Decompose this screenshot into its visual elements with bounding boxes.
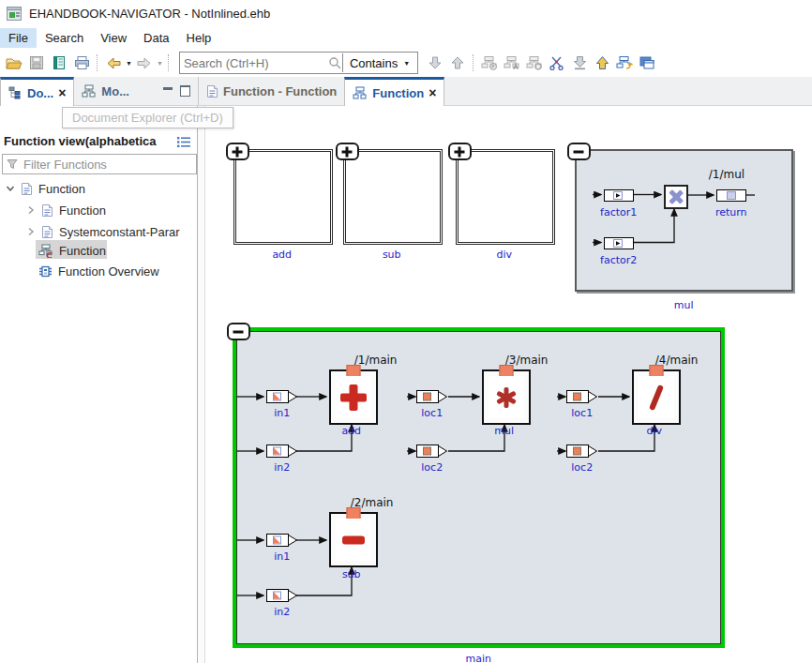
port-label: in1 xyxy=(267,550,297,563)
sub-block[interactable] xyxy=(329,512,378,567)
drill-down-icon xyxy=(573,55,587,70)
tree-item-function-selected[interactable]: Function xyxy=(38,241,106,260)
collapsed-function-sub[interactable] xyxy=(343,149,443,245)
expand-button[interactable] xyxy=(336,143,359,160)
view-menu-icon[interactable] xyxy=(176,135,191,152)
open-file-button[interactable] xyxy=(3,52,25,74)
handbook-icon xyxy=(52,55,67,70)
model-nodes-x-icon xyxy=(526,55,543,70)
return-port[interactable] xyxy=(716,188,746,201)
function-label: add xyxy=(233,249,331,261)
search-input[interactable] xyxy=(180,54,328,72)
expanded-function-mul[interactable]: factor1 factor2 /1/mul xyxy=(575,149,793,292)
argument-port-factor2[interactable] xyxy=(604,236,634,249)
expand-button[interactable] xyxy=(226,143,249,160)
maximize-icon[interactable] xyxy=(180,85,190,97)
input-port-in2[interactable] xyxy=(266,589,298,602)
filter-box xyxy=(2,154,197,174)
panel-splitter[interactable] xyxy=(198,106,205,663)
hide-annotations-button[interactable] xyxy=(501,52,523,74)
search-mode-dropdown[interactable]: Contains ▼ xyxy=(343,56,417,70)
tree-item-function-overview[interactable]: Function Overview xyxy=(38,262,159,280)
expand-button[interactable] xyxy=(448,143,472,160)
toolbar-separator xyxy=(473,54,474,71)
input-port-in1[interactable] xyxy=(266,390,298,403)
main-tabstrip: Function - Function Function × xyxy=(199,77,812,105)
print-button[interactable] xyxy=(70,52,93,74)
input-port-in2[interactable] xyxy=(266,445,298,458)
drill-down-button[interactable] xyxy=(568,52,591,74)
menu-search[interactable]: Search xyxy=(37,28,92,48)
menu-bar: File Search View Data Help xyxy=(0,26,812,49)
input-port-in1[interactable] xyxy=(266,534,298,547)
open-handbook-button[interactable] xyxy=(48,52,70,74)
function-label: main xyxy=(233,653,725,663)
collapse-button[interactable] xyxy=(567,143,591,160)
restore-model-icon xyxy=(616,55,634,70)
save-icon xyxy=(29,55,44,70)
argument-port-factor1[interactable] xyxy=(604,188,634,201)
collapse-button[interactable] xyxy=(227,323,250,340)
open-overview-button[interactable] xyxy=(636,52,658,74)
tab-label: Function - Function xyxy=(223,84,337,98)
add-block[interactable] xyxy=(329,369,378,425)
tab-function[interactable]: Function × xyxy=(344,77,444,106)
instance-path-label: /1/main xyxy=(354,354,398,367)
document-icon xyxy=(41,225,53,239)
application-window: EHANDBOOK-NAVIGATOR - NotInlined.ehb Fil… xyxy=(0,0,812,663)
expanded-function-main-selected[interactable]: /1/main add in1 xyxy=(233,327,725,648)
hide-parameters-button[interactable] xyxy=(478,52,501,74)
tab-model-explorer[interactable]: Mo... xyxy=(74,77,137,105)
save-button[interactable] xyxy=(25,52,48,74)
tree-item-systemconstant[interactable]: Systemconstant-Parar xyxy=(26,222,180,241)
collapsed-function-add[interactable] xyxy=(233,149,333,245)
menu-help[interactable]: Help xyxy=(178,28,220,48)
close-icon[interactable]: × xyxy=(429,86,436,99)
navigate-forward-button[interactable] xyxy=(133,52,156,74)
menu-file[interactable]: File xyxy=(0,28,37,48)
hide-connections-button[interactable] xyxy=(523,52,546,74)
collapsed-function-div[interactable] xyxy=(456,149,555,245)
search-group: Contains ▼ xyxy=(179,52,418,74)
close-icon[interactable]: × xyxy=(58,86,66,99)
tree-item-function-child[interactable]: Function xyxy=(26,201,106,219)
tab-document-explorer[interactable]: Do... × xyxy=(0,77,74,106)
drill-up-button[interactable] xyxy=(591,52,613,74)
local-port-loc1[interactable] xyxy=(416,390,448,403)
chevron-right-icon[interactable] xyxy=(26,227,36,236)
filter-functions-input[interactable] xyxy=(22,157,196,173)
back-arrow-icon xyxy=(106,56,122,70)
previous-match-button[interactable] xyxy=(446,52,469,74)
local-port-loc1[interactable] xyxy=(566,390,598,403)
tree-item-function-root[interactable]: Function xyxy=(6,179,85,198)
tab-label: Function xyxy=(372,86,424,100)
port-label: loc1 xyxy=(567,407,597,419)
port-label: loc1 xyxy=(417,407,447,419)
function-label: mul xyxy=(575,299,793,311)
tree-item-label: Function xyxy=(59,244,106,258)
local-port-loc2[interactable] xyxy=(566,445,598,458)
chevron-down-icon[interactable] xyxy=(6,184,15,193)
menu-view[interactable]: View xyxy=(92,28,135,48)
slash-icon xyxy=(639,376,674,418)
local-port-loc2[interactable] xyxy=(416,445,448,458)
restore-model-button[interactable] xyxy=(613,52,636,74)
mul-block[interactable] xyxy=(482,369,531,425)
view-header: Function view(alphabetica xyxy=(4,134,157,148)
minimize-icon[interactable] xyxy=(163,87,173,90)
div-block[interactable] xyxy=(632,369,681,425)
block-label: div xyxy=(632,425,677,437)
chevron-right-icon[interactable] xyxy=(26,205,36,215)
next-match-button[interactable] xyxy=(424,52,446,74)
navigate-back-button[interactable] xyxy=(102,52,125,74)
back-history-caret[interactable]: ▼ xyxy=(126,60,132,67)
down-arrow-icon xyxy=(429,55,442,70)
prune-model-button[interactable] xyxy=(546,52,568,74)
tab-function-function[interactable]: Function - Function xyxy=(199,77,344,105)
multiply-operator-block[interactable] xyxy=(664,185,688,209)
forward-history-caret[interactable]: ▼ xyxy=(157,60,163,67)
port-label: loc2 xyxy=(417,461,447,474)
port-label: in1 xyxy=(267,407,297,419)
menu-data[interactable]: Data xyxy=(135,28,177,48)
block-label: add xyxy=(329,425,374,437)
